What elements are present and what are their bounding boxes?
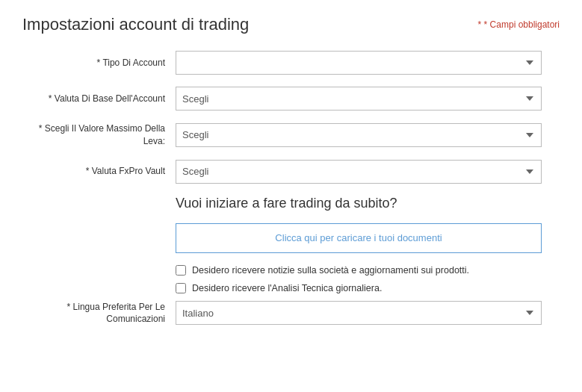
base-currency-select[interactable]: Scegli	[176, 87, 542, 111]
leverage-select[interactable]: Scegli	[176, 123, 542, 147]
upload-button[interactable]: Clicca qui per caricare i tuoi documenti	[176, 223, 542, 253]
page-container: Impostazioni account di trading * * Camp…	[0, 0, 582, 352]
checkbox-analysis[interactable]	[176, 283, 186, 293]
form-section: * Tipo Di Account * Valuta Di Base Dell'…	[22, 51, 560, 326]
fxpro-vault-label: * Valuta FxPro Vault	[22, 165, 176, 178]
language-label: * Lingua Preferita Per Le Comunicazioni	[22, 301, 176, 326]
page-title: Impostazioni account di trading	[22, 15, 249, 34]
checkbox-news-row: Desidero ricevere notizie sulla società …	[22, 265, 560, 276]
checkbox-analysis-row: Desidero ricevere l'Analisi Tecnica gior…	[22, 283, 560, 293]
checkbox-analysis-label: Desidero ricevere l'Analisi Tecnica gior…	[192, 283, 382, 293]
account-type-select[interactable]	[176, 51, 542, 75]
upload-btn-row: Clicca qui per caricare i tuoi documenti	[22, 223, 560, 253]
checkbox-news[interactable]	[176, 265, 186, 276]
language-row: * Lingua Preferita Per Le Comunicazioni …	[22, 301, 560, 326]
leverage-row: * Scegli Il Valore Massimo Della Leva: S…	[22, 122, 560, 148]
language-select[interactable]: Italiano	[176, 301, 542, 325]
trading-section-heading: Vuoi iniziare a fare trading da subito?	[22, 196, 560, 211]
base-currency-label: * Valuta Di Base Dell'Account	[22, 93, 176, 105]
checkbox-news-label: Desidero ricevere notizie sulla società …	[192, 265, 469, 276]
fxpro-vault-select[interactable]: Scegli	[176, 160, 542, 184]
leverage-label: * Scegli Il Valore Massimo Della Leva:	[22, 122, 176, 148]
account-type-row: * Tipo Di Account	[22, 51, 560, 75]
header-row: Impostazioni account di trading * * Camp…	[22, 15, 560, 34]
base-currency-row: * Valuta Di Base Dell'Account Scegli	[22, 87, 560, 111]
required-note: * * Campi obbligatori	[478, 15, 560, 30]
account-type-label: * Tipo Di Account	[22, 57, 176, 69]
fxpro-vault-row: * Valuta FxPro Vault Scegli	[22, 160, 560, 184]
